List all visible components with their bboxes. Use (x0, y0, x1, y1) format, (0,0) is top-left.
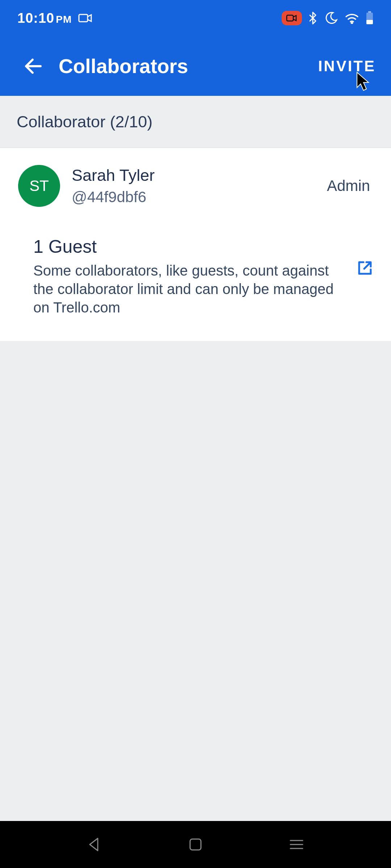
bluetooth-icon (308, 11, 318, 25)
video-camera-icon (78, 13, 93, 23)
triangle-back-icon (86, 836, 103, 853)
status-time-ampm: PM (56, 14, 72, 25)
nav-home-button[interactable] (188, 837, 203, 852)
collaborator-list: ST Sarah Tyler @44f9dbf6 Admin 1 Guest S… (0, 148, 391, 341)
avatar: ST (18, 165, 60, 207)
app-bar: Collaborators INVITE (0, 36, 391, 96)
arrow-left-icon (23, 56, 43, 76)
page-title: Collaborators (59, 55, 188, 78)
svg-rect-0 (79, 14, 88, 22)
svg-point-2 (352, 23, 353, 24)
wifi-icon (345, 12, 359, 24)
svg-rect-5 (366, 20, 373, 24)
nav-recents-button[interactable] (288, 838, 305, 851)
back-button[interactable] (17, 56, 49, 76)
menu-recents-icon (288, 838, 305, 851)
section-heading-text: Collaborator (2/10) (17, 112, 152, 131)
svg-rect-6 (190, 839, 201, 850)
do-not-disturb-moon-icon (324, 11, 338, 25)
collaborator-row[interactable]: ST Sarah Tyler @44f9dbf6 Admin (0, 148, 391, 224)
recording-badge-icon (282, 11, 302, 25)
svg-rect-1 (287, 15, 293, 21)
battery-icon (366, 11, 374, 25)
svg-rect-3 (368, 11, 371, 13)
collaborator-handle: @44f9dbf6 (72, 188, 327, 206)
status-bar-right (282, 11, 374, 25)
guest-description: Some collaborators, like guests, count a… (33, 261, 354, 317)
system-nav-bar (0, 821, 391, 868)
collaborator-info: Sarah Tyler @44f9dbf6 (72, 166, 327, 206)
status-bar-left: 10:10PM (17, 10, 93, 26)
guest-count-title: 1 Guest (33, 236, 354, 257)
guest-info-text: 1 Guest Some collaborators, like guests,… (33, 236, 354, 317)
guest-info-row[interactable]: 1 Guest Some collaborators, like guests,… (0, 224, 391, 341)
status-time: 10:10PM (17, 10, 72, 26)
avatar-initials: ST (29, 177, 49, 195)
status-bar: 10:10PM (0, 0, 391, 36)
collaborator-name: Sarah Tyler (72, 166, 327, 185)
section-heading: Collaborator (2/10) (0, 96, 391, 148)
external-link-icon[interactable] (357, 260, 373, 276)
status-time-value: 10:10 (17, 10, 54, 26)
content-area (0, 341, 391, 821)
square-home-icon (188, 837, 203, 852)
invite-button[interactable]: INVITE (316, 54, 378, 78)
collaborator-role: Admin (327, 177, 373, 195)
nav-back-button[interactable] (86, 836, 103, 853)
